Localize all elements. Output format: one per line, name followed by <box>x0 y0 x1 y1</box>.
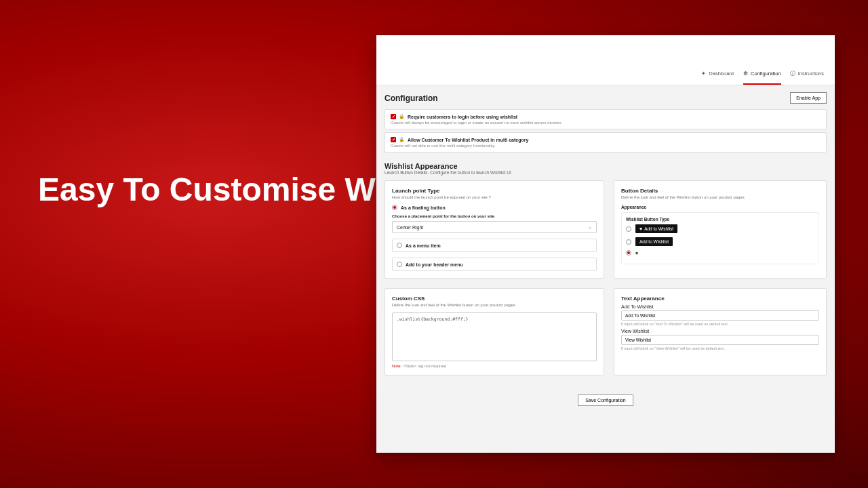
save-configuration-button[interactable]: Save Configuration <box>578 394 633 406</box>
tab-configuration[interactable]: ⚙ Configuration <box>743 66 781 85</box>
wishlist-appearance-subtitle: Launch Button Details. Configure the but… <box>384 170 827 175</box>
radio-icon <box>392 205 397 210</box>
tab-instructions[interactable]: ⓘ Instructions <box>791 66 824 85</box>
custom-css-textarea[interactable]: .wishlist{background:#fff;} <box>392 312 597 361</box>
radio-icon <box>397 243 402 248</box>
button-type-option-1[interactable]: ♥ Add to Wishlist <box>626 224 814 233</box>
radio-icon <box>397 262 402 267</box>
top-nav: ✦ Dashboard ⚙ Configuration ⓘ Instructio… <box>376 35 835 85</box>
launch-option-header[interactable]: Add to your header menu <box>392 258 597 271</box>
button-type-label: Wishlist Button Type <box>626 217 814 222</box>
heart-icon: ♥ <box>635 251 638 256</box>
wishlist-appearance-title: Wishlist Appearance <box>384 162 827 170</box>
toggle-note: Guests will not able to use this multi c… <box>391 144 821 148</box>
input-hint: If input will blank so "View Wishlist" w… <box>621 346 819 350</box>
card-subtitle: Define the look and feel of the Wishlist… <box>392 303 597 307</box>
view-wishlist-input[interactable] <box>621 335 819 345</box>
target-icon: ✦ <box>701 71 706 76</box>
add-wishlist-input[interactable] <box>621 310 819 321</box>
info-icon: ⓘ <box>791 71 795 76</box>
tab-dashboard[interactable]: ✦ Dashboard <box>701 66 734 85</box>
button-details-card: Button Details Define the look and feel … <box>614 180 827 279</box>
radio-label: As a floating button <box>401 205 446 210</box>
heart-icon: ♥ <box>639 226 642 231</box>
chevron-down-icon: ⌄ <box>588 224 592 230</box>
lock-icon: 🔒 <box>399 137 405 142</box>
card-title: Button Details <box>621 188 819 194</box>
app-panel: ✦ Dashboard ⚙ Configuration ⓘ Instructio… <box>376 35 835 453</box>
radio-icon <box>626 250 631 256</box>
radio-icon <box>626 239 631 245</box>
radio-icon <box>626 226 631 232</box>
launch-point-card: Launch point Type How should the launch … <box>384 180 604 279</box>
placement-select[interactable]: Center Right ⌄ <box>392 221 597 233</box>
launch-option-menu[interactable]: As a menu item <box>392 239 597 252</box>
add-wishlist-label: Add To Wishlist <box>621 304 819 309</box>
tab-label: Configuration <box>751 70 781 77</box>
toggle-note: Guests will always be encouraged to logi… <box>391 121 821 125</box>
checkbox-icon[interactable]: ✓ <box>391 114 396 119</box>
appearance-label: Appearance <box>621 205 819 209</box>
input-hint: If input will blank so "Add To Wishlist"… <box>621 322 819 326</box>
radio-label: As a menu item <box>406 243 441 248</box>
require-login-toggle: ✓ 🔒 Require customers to login before us… <box>384 109 827 129</box>
placement-label: Choose a placement point for the button … <box>392 214 597 218</box>
gear-icon: ⚙ <box>743 71 748 76</box>
checkbox-icon[interactable]: ✓ <box>391 137 396 142</box>
card-subtitle: Define the look and feel of the Wishlist… <box>621 195 819 199</box>
launch-option-floating[interactable]: As a floating button <box>392 205 597 210</box>
css-note: Note: <Style> tag not required <box>392 364 597 368</box>
page-title: Configuration <box>384 94 438 103</box>
radio-label: Add to your header menu <box>406 262 463 267</box>
card-title: Custom CSS <box>392 296 597 302</box>
wishlist-button-preview: Add to Wishlist <box>635 237 673 246</box>
card-title: Text Appearance <box>621 296 819 302</box>
toggle-label: Allow Customer To Wishlist Product in mu… <box>408 138 528 142</box>
enable-app-button[interactable]: Enable App <box>790 92 827 104</box>
multi-category-toggle: ✓ 🔒 Allow Customer To Wishlist Product i… <box>384 132 827 152</box>
card-title: Launch point Type <box>392 188 597 194</box>
lock-icon: 🔒 <box>399 114 405 119</box>
toggle-label: Require customers to login before using … <box>408 115 517 119</box>
button-type-option-2[interactable]: Add to Wishlist <box>626 237 814 246</box>
card-subtitle: How should the launch point be exposed o… <box>392 195 597 199</box>
custom-css-card: Custom CSS Define the look and feel of t… <box>384 288 604 375</box>
tab-label: Instructions <box>798 70 824 77</box>
tab-label: Dashboard <box>709 70 734 77</box>
text-appearance-card: Text Appearance Add To Wishlist If input… <box>614 288 827 375</box>
wishlist-button-preview: ♥ Add to Wishlist <box>635 224 677 233</box>
view-wishlist-label: View Wishlist <box>621 329 819 333</box>
select-value: Center Right <box>397 225 423 230</box>
button-type-option-3[interactable]: ♥ <box>626 250 814 256</box>
